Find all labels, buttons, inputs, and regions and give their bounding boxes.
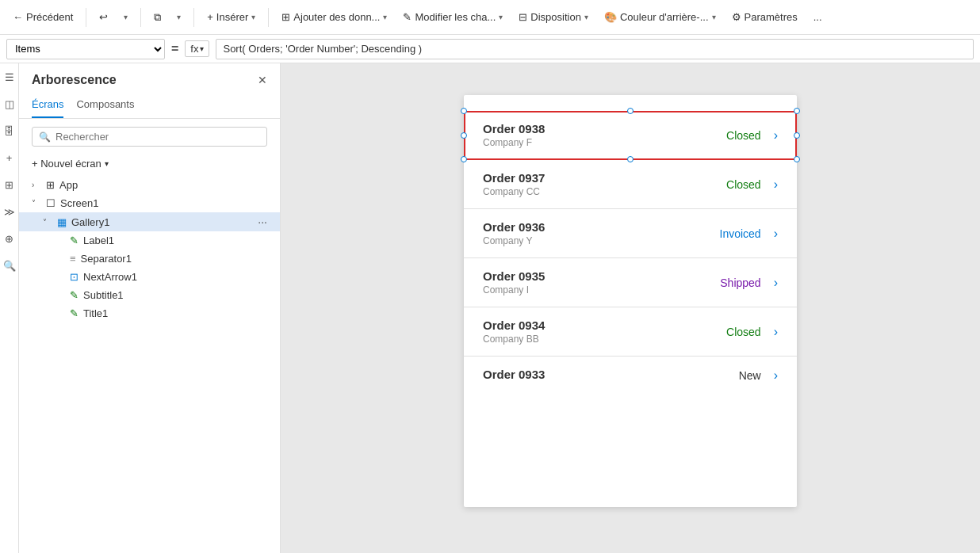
- gallery-order-0936: Order 0936: [483, 220, 720, 234]
- grid-icon[interactable]: ⊞: [2, 177, 17, 192]
- handle-tc: [627, 108, 634, 114]
- formula-input[interactable]: [216, 39, 974, 59]
- gallery-item-content-0938: Order 0938 Company F: [483, 122, 726, 148]
- tab-screens[interactable]: Écrans: [32, 93, 63, 118]
- expand-icon-gallery1: ˅: [43, 218, 54, 227]
- disposition-button[interactable]: ⊟ Disposition ▾: [512, 8, 595, 26]
- chevron-down-icon-7: ▾: [712, 13, 716, 21]
- layers-icon[interactable]: ◫: [2, 97, 17, 111]
- tab-components[interactable]: Composants: [76, 93, 134, 118]
- copy-chevron-button[interactable]: ▾: [170, 10, 187, 25]
- separator-icon: ≡: [70, 253, 76, 265]
- chevron-down-icon: ▾: [124, 13, 128, 21]
- gallery-chevron-0936: ›: [774, 227, 778, 241]
- equals-sign: =: [171, 42, 178, 56]
- back-icon: ←: [13, 11, 23, 23]
- nextarrow-icon: ⊡: [70, 271, 78, 283]
- sidebar-title: Arborescence: [32, 73, 117, 87]
- gallery-item-0937[interactable]: Order 0937 Company CC Closed ›: [464, 160, 797, 209]
- copy-button[interactable]: ⧉: [147, 8, 167, 27]
- handle-tl: [461, 108, 467, 114]
- back-label: Précédent: [26, 11, 73, 23]
- disposition-icon: ⊟: [519, 11, 527, 23]
- background-color-button[interactable]: 🎨 Couleur d'arrière-... ▾: [598, 8, 722, 26]
- gallery-item-content-0937: Order 0937 Company CC: [483, 171, 726, 197]
- add-data-button[interactable]: ⊞ Ajouter des donn... ▾: [275, 8, 393, 26]
- handle-ml: [461, 132, 467, 139]
- gallery-item-content-0934: Order 0934 Company BB: [483, 318, 726, 345]
- gallery-status-0934: Closed: [726, 326, 761, 338]
- disposition-label: Disposition: [530, 11, 581, 23]
- expand-icon-screen1: ˅: [32, 199, 43, 208]
- divider-2: [140, 8, 141, 27]
- gallery-item-0936[interactable]: Order 0936 Company Y Invoiced ›: [464, 209, 797, 258]
- gallery-order-0938: Order 0938: [483, 122, 726, 135]
- formula-select[interactable]: Items: [6, 39, 165, 59]
- back-button[interactable]: ← Précédent: [6, 8, 79, 26]
- tree-item-label1[interactable]: ✎ Label1: [19, 231, 280, 250]
- gallery-status-0935: Shipped: [720, 276, 760, 289]
- new-screen-button[interactable]: + Nouvel écran ▾: [19, 154, 280, 176]
- undo-button[interactable]: ↩: [93, 8, 114, 26]
- label-icon-1: ✎: [70, 235, 78, 246]
- gallery-item-content-0936: Order 0936 Company Y: [483, 220, 720, 246]
- gallery-status-0933: New: [739, 369, 761, 382]
- screen-icon: ☐: [46, 197, 56, 209]
- formula-bar: Items = fx ▾: [0, 35, 980, 63]
- divider-3: [193, 8, 194, 27]
- gallery-chevron-0933: ›: [774, 368, 778, 383]
- plus-rail-icon[interactable]: +: [2, 151, 17, 165]
- gallery-item-0938[interactable]: Order 0938 Company F Closed ›: [464, 111, 797, 160]
- tools-icon[interactable]: ⊕: [2, 231, 17, 246]
- more-options-gallery-button[interactable]: ···: [258, 215, 267, 228]
- icon-rail: ☰ ◫ 🗄 + ⊞ ≫ ⊕ 🔍: [0, 63, 19, 553]
- tree-item-separator1[interactable]: ≡ Separator1: [19, 250, 280, 268]
- search-rail-icon[interactable]: 🔍: [2, 258, 17, 273]
- undo-chevron-button[interactable]: ▾: [117, 10, 134, 25]
- chevron-down-icon-3: ▾: [251, 13, 255, 21]
- gallery-company-0938: Company F: [483, 137, 726, 148]
- database-icon[interactable]: 🗄: [2, 124, 17, 138]
- gallery-company-0937: Company CC: [483, 186, 726, 197]
- hamburger-icon[interactable]: ☰: [2, 70, 17, 84]
- more-label: ...: [813, 11, 822, 23]
- plus-icon: +: [207, 11, 213, 23]
- more-button[interactable]: ...: [807, 8, 829, 26]
- modify-fields-button[interactable]: ✎ Modifier les cha... ▾: [396, 8, 509, 26]
- search-box[interactable]: 🔍: [32, 127, 267, 147]
- tree-item-title1[interactable]: ✎ Title1: [19, 304, 280, 322]
- chevron-down-icon-fx: ▾: [200, 44, 204, 53]
- gallery-order-0933: Order 0933: [483, 368, 739, 381]
- tree-item-app[interactable]: › ⊞ App: [19, 176, 280, 194]
- add-data-label: Ajouter des donn...: [293, 11, 380, 23]
- tree-item-gallery1[interactable]: ˅ ▦ Gallery1 ···: [19, 212, 280, 231]
- settings-label: Paramètres: [745, 11, 798, 23]
- settings-button[interactable]: ⚙ Paramètres: [725, 8, 804, 26]
- gallery-company-0936: Company Y: [483, 235, 720, 246]
- tree-item-screen1[interactable]: ˅ ☐ Screen1: [19, 194, 280, 212]
- subtitle-icon: ✎: [70, 289, 78, 301]
- search-input[interactable]: [56, 131, 260, 143]
- chevron-down-icon-2: ▾: [177, 13, 181, 21]
- background-color-icon: 🎨: [604, 11, 617, 23]
- gallery-order-0937: Order 0937: [483, 171, 726, 185]
- gallery-item-content-0935: Order 0935 Company I: [483, 269, 720, 296]
- sidebar: Arborescence ✕ Écrans Composants 🔍 + Nou…: [19, 63, 281, 553]
- search-icon: 🔍: [39, 132, 51, 143]
- gallery-status-0938: Closed: [726, 129, 761, 142]
- tree-item-nextarrow1[interactable]: ⊡ NextArrow1: [19, 268, 280, 286]
- gallery-status-0937: Closed: [726, 178, 761, 191]
- tree-item-subtitle1[interactable]: ✎ Subtitle1: [19, 286, 280, 304]
- fx-button[interactable]: fx ▾: [185, 40, 209, 57]
- gallery-item-0935[interactable]: Order 0935 Company I Shipped ›: [464, 258, 797, 307]
- variables-icon[interactable]: ≫: [2, 204, 17, 219]
- main-layout: ☰ ◫ 🗄 + ⊞ ≫ ⊕ 🔍 Arborescence ✕ Écrans Co…: [0, 63, 980, 553]
- toolbar: ← Précédent ↩ ▾ ⧉ ▾ + Insérer ▾ ⊞ Ajoute…: [0, 0, 980, 35]
- gallery-item-0934[interactable]: Order 0934 Company BB Closed ›: [464, 307, 797, 357]
- sidebar-close-button[interactable]: ✕: [258, 74, 267, 86]
- background-color-label: Couleur d'arrière-...: [620, 11, 709, 23]
- insert-button[interactable]: + Insérer ▾: [201, 8, 262, 26]
- gallery-item-0933[interactable]: Order 0933 New ›: [464, 357, 797, 394]
- insert-label: Insérer: [216, 11, 248, 23]
- sidebar-tabs: Écrans Composants: [19, 93, 280, 119]
